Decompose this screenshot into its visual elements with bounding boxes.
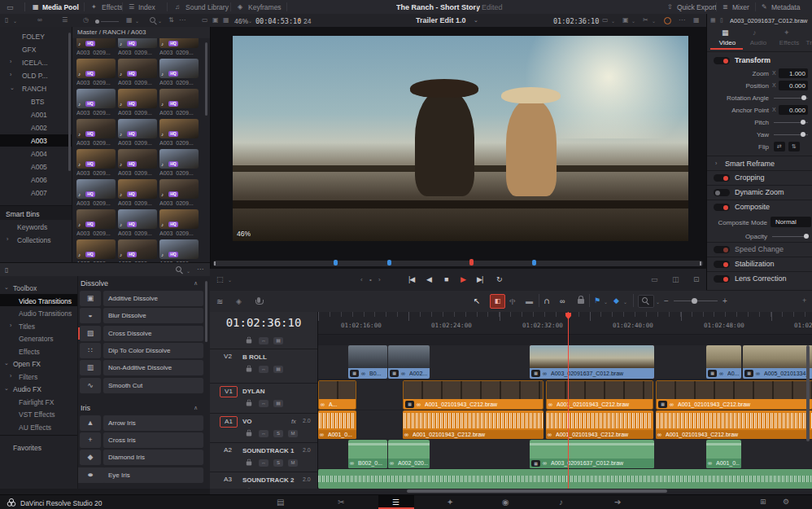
track-auto-select-icon[interactable]: ↔ <box>259 337 268 344</box>
page-cut-button[interactable]: ✂ <box>338 498 344 507</box>
timeline-horizontal-scrollbar[interactable] <box>210 489 812 494</box>
track-name[interactable]: SOUNDTRACK 1 <box>242 447 295 454</box>
compare-icon[interactable]: ▯ <box>720 17 723 24</box>
viewer-zoom-select[interactable]: 46% <box>234 17 248 25</box>
timeline-clip-audio[interactable]: ∞A002_020... <box>388 440 430 468</box>
bin-item[interactable]: A005 <box>31 163 47 171</box>
bin-chevron-icon[interactable]: › <box>10 72 11 77</box>
bin-item[interactable]: OLD P... <box>22 72 48 80</box>
inspector-section[interactable]: Speed Change <box>735 245 784 253</box>
multicam-icon[interactable]: ◈ <box>236 297 242 305</box>
timeline-clip-video[interactable]: ∞A001_02101943_C212.braw <box>546 380 653 410</box>
cinema-viewer-icon[interactable]: ⊡ <box>693 275 700 283</box>
tab-keyframes[interactable]: Keyframes <box>248 3 282 11</box>
camera-cut-icon[interactable]: ▣ <box>622 16 629 24</box>
jog-control[interactable]: ‹ • › <box>360 276 383 283</box>
timeline-clip-audio[interactable]: ∞A001_02101943_C212.braw <box>546 410 653 439</box>
zoom-slider-handle[interactable] <box>692 298 697 304</box>
track-lock-icon[interactable] <box>247 368 251 372</box>
quick-export-button[interactable]: Quick Export <box>677 3 717 11</box>
project-settings-icon[interactable]: ⚙ <box>783 498 789 506</box>
dynamic-trim-icon[interactable]: ‹|› <box>509 297 515 305</box>
timeline-clip-video[interactable]: ▦∞A001_02101943_C212.braw <box>656 380 812 410</box>
track-name[interactable]: DYLAN <box>242 388 265 395</box>
play-button[interactable]: ▶ <box>461 275 465 283</box>
media-clip[interactable]: ♪HQA003_0209... <box>118 149 157 178</box>
marker-icon[interactable]: ◆ <box>613 296 619 305</box>
inspector-tab-transition[interactable]: Transition <box>805 39 812 46</box>
timeline-clip-audio[interactable]: ∞B002_0... <box>348 440 387 468</box>
track-mute-button[interactable]: M <box>288 459 298 467</box>
media-clip[interactable]: ♪HQA003_0209... <box>118 179 157 208</box>
media-clip[interactable]: ♪HQA003_0209... <box>159 209 199 239</box>
timeline-name[interactable]: Trailer Edit 1.0 <box>416 16 466 24</box>
zoom-out-icon[interactable]: − <box>664 296 669 305</box>
track-auto-select-icon[interactable]: ↔ <box>259 400 268 407</box>
media-clip[interactable]: ♪HQA003_0209... <box>159 149 199 178</box>
timeline-clip-video[interactable]: ∞A... <box>318 380 356 410</box>
flag-clip-icon[interactable]: ⚑ <box>594 296 600 305</box>
timeline-clip-audio[interactable]: ∞A001_0... <box>318 410 356 439</box>
grid-view-icon[interactable]: ▦ <box>693 16 700 24</box>
media-clip[interactable]: ♪HQA003_0209... <box>76 119 116 148</box>
transition-item[interactable]: ◒Blur Dissolve <box>80 308 203 323</box>
transition-section-title[interactable]: Dissolve <box>81 279 108 287</box>
track-auto-select-icon[interactable]: ↔ <box>259 430 268 437</box>
inspector-section[interactable]: Smart Reframe <box>725 160 775 168</box>
tab-index[interactable]: Index <box>138 3 155 11</box>
track-solo-button[interactable]: S <box>273 459 283 467</box>
transition-list-scrollbar[interactable] <box>205 281 207 342</box>
viewer-playhead-marker[interactable] <box>469 259 474 265</box>
lens-correction-toggle[interactable] <box>714 275 730 283</box>
timeline-clip-audio[interactable]: ∞A001_02101943_C212.braw <box>403 410 544 439</box>
resolution-preset-icon[interactable]: ▭ <box>602 16 609 24</box>
voiceover-icon[interactable] <box>257 297 260 303</box>
track-lock-icon[interactable] <box>247 340 251 344</box>
inspector-section[interactable]: Lens Correction <box>735 274 787 283</box>
value-field[interactable]: 0.000 <box>779 105 808 115</box>
scrub-handle-right[interactable] <box>700 261 701 265</box>
track-enable-icon[interactable]: ▤ <box>273 400 283 407</box>
clock-icon[interactable]: ◷ <box>83 16 89 24</box>
mixer-button[interactable]: Mixer <box>732 3 749 11</box>
inspector-section[interactable]: Cropping <box>735 173 765 182</box>
bin-link-icon[interactable]: ∞ <box>37 16 42 24</box>
trim-edit-mode-icon[interactable]: ◧ <box>490 294 505 309</box>
search-icon[interactable] <box>150 17 157 24</box>
go-first-frame-button[interactable]: |◀ <box>408 275 414 283</box>
media-clip[interactable]: ♪HQA003_0209... <box>118 59 157 88</box>
timeline-view-options-icon[interactable]: ≋ <box>216 297 223 306</box>
chevron-down-icon[interactable]: ⌄ <box>611 18 615 24</box>
zoom-preset-icon[interactable] <box>638 295 654 308</box>
inspector-tab-video[interactable]: Video <box>712 39 743 46</box>
tree-chevron-icon[interactable]: ⌄ <box>4 284 9 291</box>
smart-bin-item[interactable]: Collections <box>17 236 51 244</box>
slider-handle[interactable] <box>801 120 805 125</box>
tab-sound-library[interactable]: Sound Library <box>186 3 229 11</box>
split-clip-icon[interactable]: ✂ <box>643 16 648 24</box>
video-frame[interactable]: 46% <box>233 36 688 241</box>
media-clip[interactable]: ♪HQA003_0209... <box>76 59 116 88</box>
timeline-clip-video[interactable]: ▦∞A003_02091637_C012.braw <box>530 345 654 379</box>
bin-item[interactable]: BTS <box>31 98 45 106</box>
track-name[interactable]: SOUNDTRACK 2 <box>242 476 295 484</box>
flip-horizontal-button[interactable]: ⇄ <box>774 142 785 151</box>
bin-item[interactable]: A007 <box>31 189 47 197</box>
scrollbar-thumb[interactable] <box>407 489 667 493</box>
more-icon[interactable]: ⋯ <box>179 16 186 24</box>
timeline-view-icon[interactable]: ⬚ <box>216 275 224 283</box>
search-icon[interactable] <box>176 266 183 274</box>
bin-chevron-icon[interactable]: ⌄ <box>10 85 15 91</box>
effects-tree-item[interactable]: Favorites <box>13 444 41 452</box>
match-frame-icon[interactable]: ▭ <box>651 275 658 283</box>
chevron-down-icon[interactable]: ⌄ <box>656 299 660 305</box>
tree-chevron-icon[interactable]: › <box>10 323 11 328</box>
effects-tree-item[interactable]: Titles <box>19 323 35 331</box>
custom-zoom-icon[interactable]: + <box>802 296 806 305</box>
chevron-down-icon[interactable]: ⌄ <box>623 299 627 305</box>
page-edit-button[interactable]: ☰ <box>392 498 399 507</box>
viewer-scrub-bar[interactable] <box>213 261 703 266</box>
effects-tree-item[interactable]: Video Transitions <box>19 297 72 305</box>
thumb-size-slider[interactable] <box>95 20 99 24</box>
track-id-A1[interactable]: A1 <box>220 416 238 428</box>
